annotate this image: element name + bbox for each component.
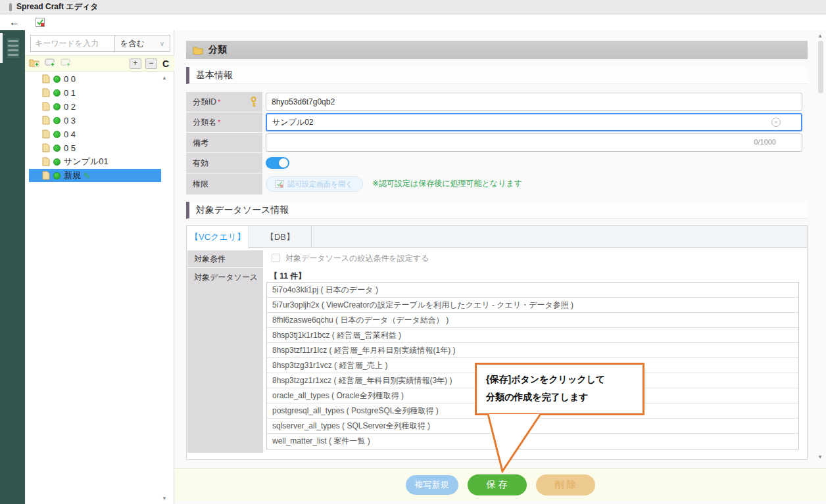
tree-item-selected[interactable]: 新規✎	[29, 169, 161, 182]
copy-new-button[interactable]: 複写新規	[406, 475, 458, 495]
main-scrollbar[interactable]: ▲ ▼	[815, 30, 826, 467]
field-label: 権限	[186, 173, 262, 195]
edit-pencil-icon: ✎	[84, 171, 91, 181]
form-row-category-id: 分類ID*	[186, 92, 808, 112]
tree-scroll-up-icon[interactable]: ▲	[162, 75, 167, 81]
category-id-input[interactable]	[266, 93, 802, 111]
chevron-down-icon: ∨	[160, 40, 164, 47]
rail-active-tab-indicator	[0, 33, 3, 63]
open-auth-settings-button[interactable]: 認可設定画面を開く	[266, 176, 363, 192]
new-item-disabled-icon	[61, 58, 71, 70]
callout-line2: 分類の作成を完了します	[486, 388, 633, 406]
datasource-count: 【 11 件】	[270, 271, 306, 282]
status-dot-icon	[53, 76, 61, 83]
datasource-list-item[interactable]: 5i7ur3opljh2x ( ViewCreatorの設定テーブルを利用したク…	[267, 298, 798, 313]
category-tree-list: 0 0 0 1 0 2 0 3 0 4 0 5 サンプル01 新規✎	[25, 72, 174, 504]
tree-item[interactable]: 0 2	[29, 100, 161, 113]
page-header: 分類	[186, 41, 808, 59]
remarks-input[interactable]	[266, 133, 802, 152]
status-dot-icon	[53, 158, 61, 166]
tree-item-label: 0 2	[64, 102, 76, 112]
tree-item-label: サンプル01	[64, 156, 109, 168]
delete-button[interactable]: 削 除	[536, 474, 595, 495]
refresh-icon[interactable]: C	[161, 58, 170, 69]
open-auth-settings-label: 認可設定画面を開く	[287, 179, 353, 189]
condition-label: 対象条件	[187, 250, 263, 267]
scrollbar-thumb[interactable]	[818, 41, 823, 93]
tree-item-label: 0 4	[64, 129, 76, 139]
tree-item[interactable]: サンプル01	[29, 155, 161, 168]
section-basic-info: 基本情報	[186, 67, 808, 84]
condition-checkbox-label: 対象データソースの絞込条件を設定する	[285, 253, 429, 264]
field-label: 有効	[186, 153, 262, 173]
search-input[interactable]	[30, 35, 115, 52]
section-datasource-info: 対象データソース情報	[186, 202, 808, 219]
tree-toolbar: + − C	[25, 55, 174, 72]
match-mode-value: を含む	[120, 38, 145, 49]
tree-item[interactable]: 0 4	[29, 127, 161, 141]
condition-checkbox[interactable]	[272, 254, 280, 262]
tree-scroll-down-icon[interactable]: ▼	[162, 495, 167, 501]
tree-item-label: 新規	[64, 170, 81, 181]
back-button[interactable]: ←	[9, 16, 22, 28]
field-label: 備考	[186, 133, 262, 152]
status-dot-icon	[53, 131, 61, 138]
new-category-icon[interactable]	[29, 58, 39, 70]
tab-db[interactable]: 【DB】	[249, 226, 312, 248]
collapse-all-button[interactable]: −	[145, 58, 157, 69]
window-title: Spread Craft エディタ	[16, 1, 98, 12]
scroll-down-icon[interactable]: ▼	[817, 454, 823, 460]
status-dot-icon	[53, 145, 61, 152]
status-dot-icon	[53, 117, 61, 124]
tab-vc-query[interactable]: 【VCクエリ】	[187, 226, 249, 248]
datasource-list-item[interactable]: 5i7o4o3kli1pj ( 日本のデータ )	[267, 283, 798, 298]
footer-action-bar: 複写新規 保 存 削 除	[174, 468, 826, 501]
form-row-enabled: 有効	[186, 153, 808, 173]
datasource-list-item[interactable]: 8hsp3tzf11r1lcz ( 経営層_年月科目別実績情報(1年) )	[267, 343, 798, 358]
tree-item-label: 0 0	[64, 74, 76, 84]
char-counter: 0/1000	[754, 138, 776, 146]
spread-craft-editor-window: Spread Craft エディタ ← を含む ∨ + − C	[0, 0, 826, 504]
form-row-remarks: 備考 0/1000	[186, 133, 808, 152]
permission-note: ※認可設定は保存後に処理可能となります	[372, 179, 522, 188]
status-dot-icon	[53, 103, 61, 110]
save-instruction-callout: {保存]ボタンをクリックして 分類の作成を完了します	[475, 363, 644, 415]
category-tree-panel: を含む ∨ + − C 0 0 0 1 0 2 0 3 0 4 0 5 サンプル…	[25, 30, 174, 504]
tree-item[interactable]: 0 3	[29, 114, 161, 127]
datasource-label: 対象データソース	[187, 268, 263, 453]
nav-bar: ←	[0, 14, 826, 30]
tree-item-label: 0 3	[64, 116, 76, 126]
menu-hamburger-icon[interactable]	[6, 37, 20, 59]
datasource-list-item[interactable]: sqlserver_all_types ( SQLServer全列種取得 )	[267, 419, 798, 434]
spreadcraft-app-icon	[276, 180, 283, 188]
tree-item[interactable]: 0 1	[29, 86, 161, 99]
title-bar: Spread Craft エディタ	[0, 0, 826, 14]
status-dot-icon	[53, 172, 61, 179]
status-dot-icon	[53, 89, 61, 97]
datasource-list-item[interactable]: 8fhl6zaswe6qchu ( 日本のデータ（データ結合） )	[267, 313, 798, 328]
field-label: 分類名*	[186, 112, 262, 132]
expand-all-button[interactable]: +	[130, 58, 141, 69]
save-button[interactable]: 保 存	[468, 474, 527, 495]
tree-item[interactable]: 0 0	[29, 72, 161, 85]
tree-item[interactable]: 0 5	[29, 141, 161, 154]
datasource-list-item[interactable]: 8hsp3tj1k1r1bcz ( 経営層_営業利益 )	[267, 328, 798, 343]
spreadcraft-app-icon[interactable]	[36, 18, 45, 27]
datasource-tab-panel: 【VCクエリ】 【DB】 対象条件 対象データソースの絞込条件を設定する 対象デ…	[186, 225, 808, 460]
tree-item-label: 0 1	[64, 88, 76, 98]
folder-icon	[193, 46, 203, 55]
new-item-icon[interactable]	[45, 58, 55, 70]
enabled-toggle[interactable]	[266, 157, 289, 169]
form-row-category-name: 分類名* ×	[186, 112, 808, 132]
left-rail	[0, 30, 25, 504]
callout-line1: {保存]ボタンをクリックして	[486, 371, 633, 388]
field-label: 分類ID*	[186, 92, 262, 112]
key-icon	[250, 97, 257, 109]
clear-input-icon[interactable]: ×	[771, 118, 781, 127]
datasource-list-item[interactable]: well_matter_list ( 案件一覧 )	[267, 434, 798, 449]
match-mode-select[interactable]: を含む ∨	[115, 35, 170, 52]
form-row-permission: 権限 認可設定画面を開く ※認可設定は保存後に処理可能となります	[186, 173, 808, 195]
tree-item-label: 0 5	[64, 143, 76, 153]
category-name-input[interactable]	[266, 113, 802, 131]
scroll-up-icon[interactable]: ▲	[817, 33, 823, 39]
